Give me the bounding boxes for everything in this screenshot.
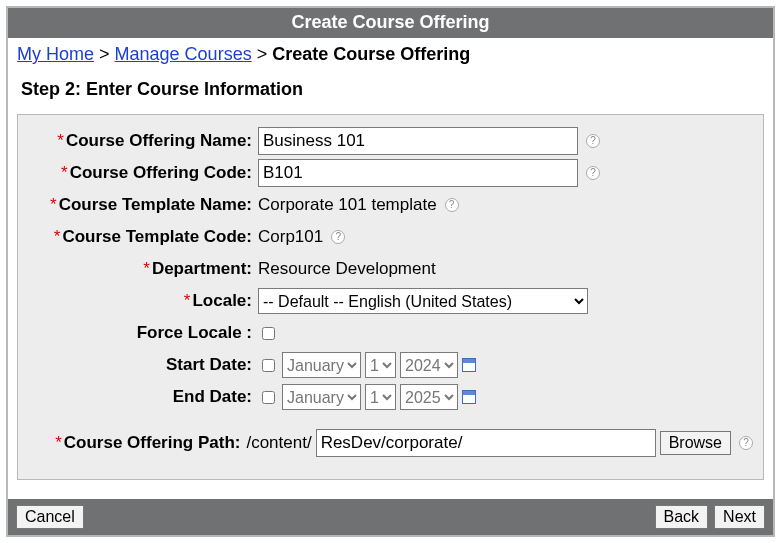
- required-marker: *: [143, 259, 150, 278]
- required-marker: *: [50, 195, 57, 214]
- end-year-select[interactable]: 2025: [400, 384, 458, 410]
- label-template-code: Course Template Code:: [62, 227, 252, 246]
- breadcrumb-sep: >: [99, 44, 110, 64]
- course-form: *Course Offering Name: ? *Course Offerin…: [17, 114, 764, 480]
- step-heading: Step 2: Enter Course Information: [21, 79, 764, 100]
- force-locale-checkbox[interactable]: [262, 327, 275, 340]
- end-month-select[interactable]: January: [282, 384, 361, 410]
- breadcrumb-manage-link[interactable]: Manage Courses: [115, 44, 252, 64]
- required-marker: *: [54, 227, 61, 246]
- label-locale: Locale:: [192, 291, 252, 310]
- end-day-select[interactable]: 1: [365, 384, 396, 410]
- course-name-input[interactable]: [258, 127, 578, 155]
- next-button[interactable]: Next: [714, 505, 765, 529]
- browse-button[interactable]: Browse: [660, 431, 731, 455]
- label-start-date: Start Date:: [166, 355, 252, 374]
- label-path: Course Offering Path:: [64, 433, 241, 452]
- path-input[interactable]: [316, 429, 656, 457]
- footer-bar: Cancel Back Next: [8, 499, 773, 535]
- breadcrumb-sep: >: [257, 44, 268, 64]
- end-date-enable-checkbox[interactable]: [262, 391, 275, 404]
- label-end-date: End Date:: [173, 387, 252, 406]
- breadcrumb: My Home > Manage Courses > Create Course…: [17, 44, 764, 65]
- back-button[interactable]: Back: [655, 505, 709, 529]
- label-department: Department:: [152, 259, 252, 278]
- course-code-input[interactable]: [258, 159, 578, 187]
- calendar-icon[interactable]: [462, 390, 476, 404]
- help-icon[interactable]: ?: [331, 230, 345, 244]
- required-marker: *: [55, 433, 62, 452]
- required-marker: *: [57, 131, 64, 150]
- department-value: Resource Development: [258, 259, 436, 279]
- path-prefix: /content/: [246, 433, 311, 453]
- help-icon[interactable]: ?: [739, 436, 753, 450]
- help-icon[interactable]: ?: [445, 198, 459, 212]
- start-year-select[interactable]: 2024: [400, 352, 458, 378]
- breadcrumb-current: Create Course Offering: [272, 44, 470, 64]
- template-code-value: Corp101: [258, 227, 323, 247]
- template-name-value: Corporate 101 template: [258, 195, 437, 215]
- locale-select[interactable]: -- Default -- English (United States): [258, 288, 588, 314]
- label-template-name: Course Template Name:: [59, 195, 252, 214]
- start-date-enable-checkbox[interactable]: [262, 359, 275, 372]
- window-title: Create Course Offering: [8, 8, 773, 38]
- required-marker: *: [61, 163, 68, 182]
- cancel-button[interactable]: Cancel: [16, 505, 84, 529]
- help-icon[interactable]: ?: [586, 134, 600, 148]
- create-course-window: Create Course Offering My Home > Manage …: [6, 6, 775, 537]
- breadcrumb-home-link[interactable]: My Home: [17, 44, 94, 64]
- label-code: Course Offering Code:: [70, 163, 252, 182]
- start-day-select[interactable]: 1: [365, 352, 396, 378]
- label-force-locale: Force Locale :: [137, 323, 252, 342]
- start-month-select[interactable]: January: [282, 352, 361, 378]
- help-icon[interactable]: ?: [586, 166, 600, 180]
- calendar-icon[interactable]: [462, 358, 476, 372]
- content-area: My Home > Manage Courses > Create Course…: [8, 38, 773, 499]
- required-marker: *: [184, 291, 191, 310]
- label-name: Course Offering Name:: [66, 131, 252, 150]
